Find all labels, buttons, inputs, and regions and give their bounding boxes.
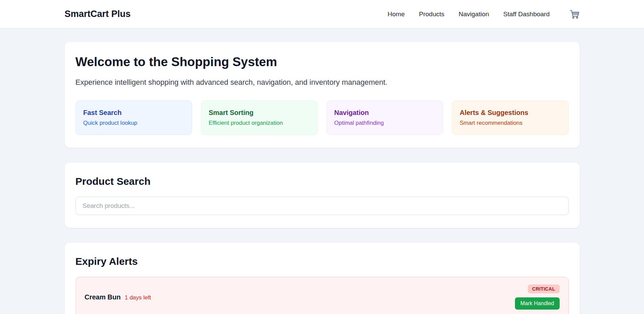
feature-description: Optimal pathfinding [334, 120, 436, 126]
main-content: Welcome to the Shopping System Experienc… [65, 28, 580, 314]
feature-description: Quick product lookup [83, 120, 185, 126]
alert-product-name: Cream Bun [85, 293, 121, 301]
alert-info: Cream Bun 1 days left [85, 293, 151, 301]
feature-card-alerts-suggestions: Alerts & Suggestions Smart recommendatio… [452, 100, 569, 135]
product-search-title: Product Search [76, 176, 569, 187]
expiry-alerts-title: Expiry Alerts [76, 256, 569, 267]
product-search-card: Product Search [65, 163, 580, 228]
feature-card-fast-search: Fast Search Quick product lookup [76, 100, 192, 135]
mark-handled-button[interactable]: Mark Handled [515, 297, 560, 310]
nav-links: Home Products Navigation Staff Dashboard [388, 9, 579, 19]
brand-logo[interactable]: SmartCart Plus [65, 9, 131, 19]
welcome-card: Welcome to the Shopping System Experienc… [65, 42, 580, 148]
feature-title: Navigation [334, 109, 436, 117]
expiry-alerts-card: Expiry Alerts Cream Bun 1 days left CRIT… [65, 243, 580, 314]
feature-title: Alerts & Suggestions [460, 109, 561, 117]
page: SmartCart Plus Home Products Navigation … [0, 0, 644, 314]
feature-title: Fast Search [83, 109, 185, 117]
welcome-subtitle: Experience intelligent shopping with adv… [76, 78, 569, 87]
nav-link-products[interactable]: Products [419, 11, 444, 18]
alert-row-cream-bun: Cream Bun 1 days left CRITICAL Mark Hand… [76, 277, 569, 314]
feature-description: Efficient product organization [209, 120, 310, 126]
nav-link-home[interactable]: Home [388, 11, 405, 18]
alert-days-left: 1 days left [125, 294, 151, 301]
feature-description: Smart recommendations [460, 120, 561, 126]
nav-link-staff-dashboard[interactable]: Staff Dashboard [503, 11, 550, 18]
feature-card-navigation: Navigation Optimal pathfinding [327, 100, 443, 135]
nav-link-navigation[interactable]: Navigation [459, 11, 489, 18]
top-navbar: SmartCart Plus Home Products Navigation … [0, 0, 644, 28]
feature-card-smart-sorting: Smart Sorting Efficient product organiza… [201, 100, 318, 135]
product-search-input[interactable] [76, 197, 569, 215]
feature-grid: Fast Search Quick product lookup Smart S… [76, 100, 569, 135]
feature-title: Smart Sorting [209, 109, 310, 117]
welcome-title: Welcome to the Shopping System [76, 55, 569, 69]
alert-actions: CRITICAL Mark Handled [515, 284, 560, 310]
severity-badge-critical: CRITICAL [528, 284, 560, 293]
shopping-cart-icon[interactable] [569, 9, 580, 19]
